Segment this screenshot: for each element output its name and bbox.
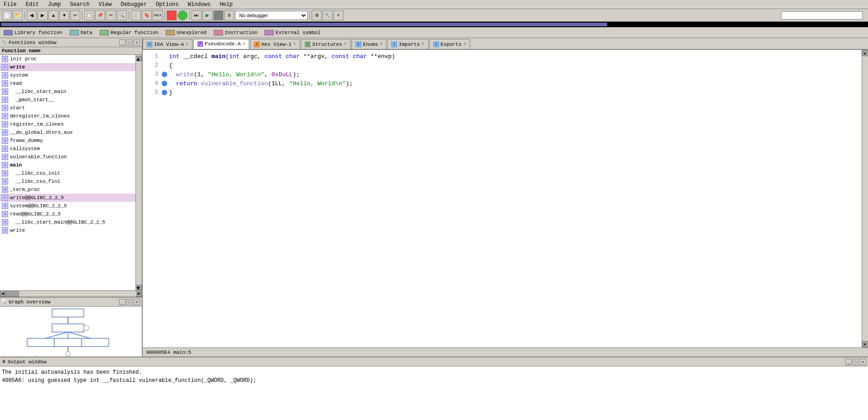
- func-icon: ?: [2, 105, 8, 111]
- tab-close-pseudo[interactable]: ×: [242, 42, 245, 47]
- menu-windows[interactable]: Windows: [186, 1, 212, 8]
- toolbar-play[interactable]: ▶: [203, 10, 212, 20]
- graph-maximize-btn[interactable]: □: [126, 299, 133, 305]
- output-maximize-btn[interactable]: □: [853, 359, 859, 365]
- toolbar-up[interactable]: ▲: [48, 10, 58, 20]
- toolbar-down[interactable]: ▼: [59, 10, 69, 20]
- function-list-item[interactable]: ?register_tm_clones: [0, 120, 135, 128]
- toolbar-arrow-down[interactable]: ↓: [131, 10, 141, 20]
- function-list-item[interactable]: ?frame_dummy: [0, 137, 135, 145]
- tab-close-hex[interactable]: ×: [293, 42, 296, 47]
- toolbar-return[interactable]: ↩: [70, 10, 80, 20]
- menu-options[interactable]: Options: [154, 1, 180, 8]
- code-scroll-down[interactable]: ▼: [862, 341, 868, 347]
- function-list-item[interactable]: ?read@@GLIBC_2_2_5: [0, 210, 135, 218]
- scrollbar-down[interactable]: ▼: [136, 285, 142, 290]
- function-list-item[interactable]: ?start: [0, 104, 135, 112]
- functions-scrollbar[interactable]: ▲ ▼: [135, 55, 142, 290]
- scroll-right-btn[interactable]: ▶: [136, 291, 142, 297]
- tab-close-structures[interactable]: ×: [344, 42, 347, 47]
- toolbar-new[interactable]: 📄: [2, 10, 12, 20]
- toolbar-more1[interactable]: ⚙: [312, 10, 322, 20]
- menu-jump[interactable]: Jump: [46, 1, 63, 8]
- toolbar-stop[interactable]: [213, 10, 223, 20]
- toolbar-more2[interactable]: 🔧: [323, 10, 333, 20]
- function-list-item[interactable]: ?system: [0, 71, 135, 79]
- tab-close-imports[interactable]: ×: [422, 42, 424, 47]
- toolbar-step[interactable]: ⏭: [192, 10, 202, 20]
- scrollbar-track[interactable]: [136, 61, 142, 285]
- line-num-5: 5: [145, 89, 158, 96]
- function-list-item[interactable]: ?_gmon_start__: [0, 96, 135, 104]
- tab-pseudocode-a[interactable]: P Pseudocode-A ×: [193, 39, 249, 49]
- toolbar-sep-1: [24, 11, 25, 20]
- toolbar-forward[interactable]: ▶: [38, 10, 48, 20]
- toolbar-red[interactable]: !: [167, 10, 177, 20]
- menu-search[interactable]: Search: [68, 1, 91, 8]
- function-list-item[interactable]: ?callsystem: [0, 145, 135, 153]
- code-scroll-up[interactable]: ▲: [862, 50, 868, 56]
- functions-bottom-scroll[interactable]: ◀ ▶: [0, 290, 142, 297]
- function-list-item[interactable]: ?write: [0, 226, 135, 234]
- toolbar-search[interactable]: 🔍: [117, 10, 127, 20]
- function-list-item[interactable]: ?_term_proc: [0, 186, 135, 194]
- tab-exports[interactable]: X Exports ×: [429, 39, 470, 49]
- function-list-item[interactable]: ?__libc_csu_init: [0, 169, 135, 177]
- tab-structures[interactable]: S Structures ×: [301, 39, 351, 49]
- toolbar-bookmark[interactable]: 🔖: [142, 10, 152, 20]
- toolbar-more3[interactable]: ×: [333, 10, 343, 20]
- toolbar-copy[interactable]: 📋: [84, 10, 94, 20]
- toolbar-cut[interactable]: ✂: [106, 10, 116, 20]
- functions-list[interactable]: ?init proc?write?system?read?__libc_star…: [0, 55, 135, 290]
- graph-minimize-btn[interactable]: _: [119, 299, 125, 305]
- function-list-item[interactable]: ?write@@GLIBC_2_2_5: [0, 194, 135, 202]
- function-list-item[interactable]: ?init proc: [0, 55, 135, 63]
- function-list-item[interactable]: ?write: [0, 63, 135, 71]
- toolbar-back[interactable]: ◀: [27, 10, 37, 20]
- hscroll-track[interactable]: [5, 291, 136, 297]
- function-list-item[interactable]: ?vulnerable_function: [0, 153, 135, 161]
- search-input[interactable]: [781, 11, 863, 20]
- function-list-item[interactable]: ?main: [0, 161, 135, 169]
- tab-close-enums[interactable]: ×: [380, 42, 382, 47]
- functions-minimize-btn[interactable]: _: [119, 39, 125, 46]
- output-line-1: The initial autoanalysis has been finish…: [2, 368, 866, 376]
- toolbar-open[interactable]: 📂: [13, 10, 23, 20]
- scroll-left-btn[interactable]: ◀: [0, 291, 5, 297]
- menu-debugger[interactable]: Debugger: [119, 1, 149, 8]
- output-minimize-btn[interactable]: _: [845, 359, 852, 365]
- menu-file[interactable]: File: [2, 1, 19, 8]
- output-content[interactable]: The initial autoanalysis has been finish…: [0, 366, 868, 420]
- functions-maximize-btn[interactable]: □: [126, 39, 133, 46]
- toolbar-hex[interactable]: HEX: [153, 10, 163, 20]
- graph-close-btn[interactable]: ×: [134, 299, 140, 305]
- tab-enums[interactable]: E Enums ×: [352, 39, 386, 49]
- output-close-btn[interactable]: ×: [860, 359, 866, 365]
- function-list-item[interactable]: ?deregister_tm_clones: [0, 112, 135, 120]
- tab-ida-view-a[interactable]: A IDA View-A ×: [143, 39, 193, 49]
- debugger-select[interactable]: No debugger: [235, 11, 308, 20]
- function-list-item[interactable]: ?read: [0, 79, 135, 88]
- function-list-item[interactable]: ?system@@GLIBC_2_2_5: [0, 202, 135, 210]
- functions-close-btn[interactable]: ×: [134, 39, 140, 46]
- toolbar-pause[interactable]: ⏸: [224, 10, 234, 20]
- graph-canvas[interactable]: [0, 307, 142, 357]
- function-list-item[interactable]: ?__do_global_dtors_aux: [0, 128, 135, 137]
- code-scroll-track[interactable]: [862, 56, 868, 341]
- scrollbar-up[interactable]: ▲: [136, 56, 142, 61]
- tab-hex-view[interactable]: H Hex View-1 ×: [250, 39, 300, 49]
- hscroll-thumb[interactable]: [5, 291, 19, 297]
- function-list-item[interactable]: ?__libc_csu_fini: [0, 177, 135, 186]
- tab-imports[interactable]: I Imports ×: [387, 39, 428, 49]
- code-view[interactable]: 1 int __cdecl main(int argc, const char …: [143, 50, 862, 347]
- tab-close-exports[interactable]: ×: [463, 42, 466, 47]
- toolbar-paste[interactable]: 📌: [95, 10, 105, 20]
- function-list-item[interactable]: ?__libc_start_main@@GLIBC_2_2_5: [0, 218, 135, 226]
- code-scrollbar[interactable]: ▲ ▼: [862, 50, 868, 347]
- menu-view[interactable]: View: [97, 1, 114, 8]
- tab-close-ida[interactable]: ×: [186, 42, 188, 47]
- menu-help[interactable]: Help: [218, 1, 235, 8]
- toolbar-green-dot[interactable]: [178, 10, 188, 20]
- function-list-item[interactable]: ?__libc_start_main: [0, 88, 135, 96]
- menu-edit[interactable]: Edit: [24, 1, 41, 8]
